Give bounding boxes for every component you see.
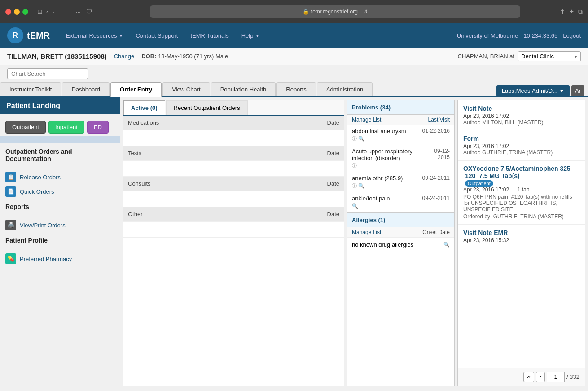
tab-reports[interactable]: Reports bbox=[276, 82, 316, 96]
form-title[interactable]: Form bbox=[463, 135, 579, 142]
back-button[interactable]: ‹ bbox=[46, 8, 48, 15]
list-item: ankle/foot pain 09-24-2011 🔍 bbox=[347, 192, 454, 212]
problem-info-icon[interactable]: ⓘ bbox=[352, 163, 357, 168]
close-button[interactable] bbox=[5, 9, 11, 15]
release-orders-icon: 📋 bbox=[5, 172, 16, 182]
orders-tab-active[interactable]: Active (0) bbox=[123, 100, 165, 115]
app-navbar: R tEMR External Resources ▼ Contact Supp… bbox=[0, 23, 588, 48]
table-row: Consults Date bbox=[123, 177, 344, 191]
nav-temr-tutorials[interactable]: tEMR Tutorials bbox=[185, 29, 234, 43]
url-text: temr.regenstrief.org bbox=[311, 9, 358, 15]
sidebar-item-quick-orders[interactable]: 📄 Quick Orders bbox=[5, 184, 114, 199]
sidebar-item-preferred-pharmacy[interactable]: 💊 Preferred Pharmacy bbox=[5, 252, 114, 266]
sidebar-toggle[interactable]: ⊟ bbox=[37, 8, 43, 15]
problem-search-icon[interactable]: 🔍 bbox=[352, 203, 358, 209]
list-item: no known drug allergies 🔍 bbox=[347, 238, 454, 252]
visit-note-emr-item: Visit Note EMR Apr 23, 2016 15:32 bbox=[458, 225, 585, 248]
problem-search-icon[interactable]: 🔍 bbox=[358, 136, 364, 141]
other-label: Other bbox=[123, 207, 268, 222]
visit-note-emr-title[interactable]: Visit Note EMR bbox=[463, 229, 579, 236]
share-icon[interactable]: ⬆ bbox=[560, 8, 565, 15]
patient-name: TILLMAN, BRETT (1835115908) bbox=[7, 52, 107, 60]
tab-population-health[interactable]: Population Health bbox=[211, 82, 276, 96]
form-date: Apr 23, 2016 17:02 bbox=[463, 143, 579, 149]
nav-contact-support[interactable]: Contact Support bbox=[130, 29, 183, 43]
tests-label: Tests bbox=[123, 146, 268, 161]
reload-icon[interactable]: ↺ bbox=[363, 9, 368, 15]
tab-instructor-toolkit[interactable]: Instructor Toolkit bbox=[0, 82, 61, 96]
form-author: Author: GUTHRIE, TRINA (MASTER) bbox=[463, 149, 579, 156]
problems-manage-link[interactable]: Manage List bbox=[352, 117, 381, 123]
page-number-input[interactable] bbox=[547, 372, 565, 382]
tab-administration[interactable]: Administration bbox=[317, 82, 373, 96]
tab-view-chart[interactable]: View Chart bbox=[162, 82, 210, 96]
nav-right: University of Melbourne 10.234.33.65 Log… bbox=[457, 32, 581, 39]
orders-table: Medications Date Tests Date Consults Dat… bbox=[123, 116, 344, 238]
table-row bbox=[123, 130, 344, 146]
ar-button[interactable]: Ar bbox=[571, 85, 584, 96]
allergy-search-icon[interactable]: 🔍 bbox=[443, 242, 450, 248]
table-row bbox=[123, 161, 344, 177]
nav-help[interactable]: Help ▼ bbox=[236, 29, 265, 43]
medications-date-header: Date bbox=[268, 116, 344, 130]
problems-subheader: Manage List Last Visit bbox=[347, 115, 454, 125]
filter-button[interactable]: Labs,Meds,Admit/D... ▼ bbox=[496, 85, 570, 96]
browser-controls: ⊟ ‹ › bbox=[37, 8, 54, 15]
maximize-button[interactable] bbox=[22, 9, 28, 15]
page-prev-button[interactable]: ‹ bbox=[536, 372, 545, 382]
new-tab-icon[interactable]: + bbox=[570, 8, 574, 16]
logout-link[interactable]: Logout bbox=[563, 32, 581, 39]
pharmacy-icon: 💊 bbox=[5, 253, 16, 264]
medication-date: Apr 23, 2016 17:02 — 1 tab bbox=[463, 187, 579, 193]
help-dropdown-icon: ▼ bbox=[255, 33, 259, 38]
orders-tabs: Active (0) Recent Outpatient Orders bbox=[123, 100, 344, 116]
visit-note-title[interactable]: Visit Note bbox=[463, 105, 579, 112]
allergies-manage-link[interactable]: Manage List bbox=[352, 229, 381, 235]
external-resources-dropdown-icon: ▼ bbox=[119, 33, 123, 38]
problems-header: Problems (34) bbox=[347, 100, 454, 115]
problem-name: anemia othr (285.9) bbox=[352, 175, 403, 182]
windows-icon[interactable]: ⧉ bbox=[578, 8, 583, 16]
center-panel: Active (0) Recent Outpatient Orders Medi… bbox=[123, 100, 344, 386]
patient-dob: DOB: 13-May-1950 (71 yrs) Male bbox=[141, 53, 228, 60]
problems-last-visit-label: Last Visit bbox=[428, 117, 450, 123]
visit-note-emr-date: Apr 23, 2016 15:32 bbox=[463, 237, 579, 243]
orders-tab-recent[interactable]: Recent Outpatient Orders bbox=[166, 100, 248, 115]
pagination: « ‹ / 332 bbox=[458, 368, 585, 386]
app-logo[interactable]: R tEMR bbox=[7, 27, 50, 43]
table-row: Medications Date bbox=[123, 116, 344, 130]
problem-search-icon[interactable]: 🔍 bbox=[358, 183, 364, 188]
clinic-select[interactable]: Dental Clinic bbox=[518, 51, 581, 61]
minimize-button[interactable] bbox=[14, 9, 20, 15]
table-row bbox=[123, 191, 344, 207]
change-patient-link[interactable]: Change bbox=[114, 53, 135, 60]
logo-letter: R bbox=[13, 31, 18, 39]
sidebar-item-release-orders[interactable]: 📋 Release Orders bbox=[5, 170, 114, 184]
tab-order-entry[interactable]: Order Entry bbox=[110, 82, 162, 97]
other-date-header: Date bbox=[268, 207, 344, 222]
dob-value: 13-May-1950 (71 yrs) Male bbox=[158, 53, 228, 60]
menu-icon[interactable]: ··· bbox=[75, 8, 81, 15]
outpatient-button[interactable]: Outpatient bbox=[5, 121, 46, 134]
sidebar-section-orders: Outpatient Orders and Documentation bbox=[5, 148, 114, 162]
problem-info-icon[interactable]: ⓘ bbox=[352, 136, 357, 141]
table-row: Other Date bbox=[123, 207, 344, 222]
page-first-button[interactable]: « bbox=[523, 372, 534, 382]
inpatient-button[interactable]: Inpatient bbox=[48, 121, 84, 134]
address-bar[interactable]: 🔒 temr.regenstrief.org ↺ bbox=[150, 5, 520, 18]
far-right-panel: Visit Note Apr 23, 2016 17:02 Author: MI… bbox=[457, 100, 585, 386]
medication-title[interactable]: OXYcodone 7.5/Acetaminophen 325 120 7.5 … bbox=[463, 165, 579, 179]
clinic-select-wrapper: Dental Clinic bbox=[518, 51, 581, 61]
consults-date-header: Date bbox=[268, 177, 344, 191]
ed-button[interactable]: ED bbox=[87, 121, 109, 134]
tab-dashboard[interactable]: Dashboard bbox=[62, 82, 110, 96]
problem-info-icon[interactable]: ⓘ bbox=[352, 183, 357, 188]
allergy-subheader: Manage List Onset Date bbox=[347, 227, 454, 238]
chart-search-input[interactable] bbox=[7, 68, 88, 79]
visit-note-author: Author: MILTON, BILL (MASTER) bbox=[463, 119, 579, 126]
tab-filter-area: Labs,Meds,Admit/D... ▼ Ar bbox=[493, 85, 588, 96]
problem-date: 01-22-2016 bbox=[422, 128, 450, 134]
sidebar-item-view-print-orders[interactable]: 🖨️ View/Print Orders bbox=[5, 218, 114, 232]
forward-button[interactable]: › bbox=[52, 8, 54, 15]
nav-external-resources[interactable]: External Resources ▼ bbox=[61, 29, 128, 43]
